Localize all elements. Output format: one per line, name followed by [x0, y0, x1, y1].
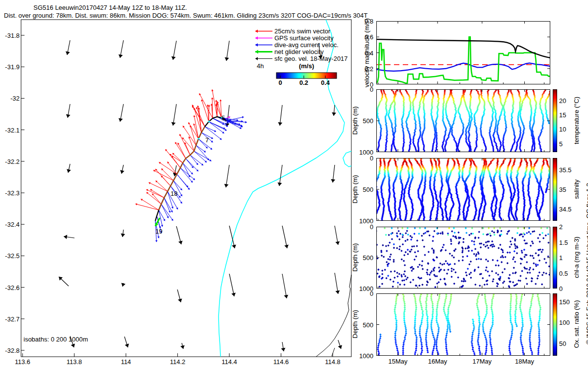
map-ytick-label: -32.3	[0, 189, 20, 197]
map-xtick-label: 114.4	[217, 358, 242, 366]
figure-title: SG516 Leeuwin20170427 14-May 12Z to 18-M…	[17, 4, 203, 11]
colorbar-tick-label: 35	[559, 186, 566, 193]
colorbar-tick-label: 0.5	[559, 270, 568, 277]
salinity-plot	[376, 158, 550, 221]
map-colorbar-tick-0_2: 0.2	[294, 79, 314, 86]
map-colorbar-tick-0: 0	[270, 79, 290, 86]
map-colorbar-tick-0_4: 0.4	[316, 79, 335, 86]
map-ytick-label: -31.8	[0, 32, 20, 39]
oxsat-colorbar-label: Ox. sat. ratio (%)	[573, 226, 580, 368]
dive-number-label: 5	[221, 114, 225, 122]
map-ytick-label: -32.4	[0, 221, 20, 228]
depth-tick-label: 500	[354, 254, 373, 262]
map-ytick-label: -32	[0, 95, 20, 102]
velocity-plot	[376, 21, 550, 84]
depth-tick-label: 500	[354, 321, 373, 329]
map-xtick-label: 113.6	[10, 358, 35, 366]
colorbar-tick-label: 100	[559, 319, 570, 326]
isobaths-label: isobaths: 0 200 1000m	[24, 336, 88, 343]
map-xtick-label: 114.8	[320, 358, 345, 366]
date-tick-label: 18May	[510, 358, 539, 365]
map-xtick-label: 114.6	[269, 358, 294, 366]
dive-number-label: 7	[205, 136, 209, 144]
figure-subtitle: Dist. over ground: 78km. Dist. swum: 86k…	[4, 12, 362, 19]
date-tick-label: 15May	[383, 358, 413, 365]
colorbar-tick-label: 15	[559, 111, 566, 119]
map-ytick-label: -32.1	[0, 127, 20, 134]
glider-track	[155, 117, 226, 221]
dive-number-label: 18	[171, 190, 177, 197]
temperature-plot	[376, 89, 550, 152]
map-xtick-label: 113.8	[62, 358, 87, 366]
chl-colorbar	[553, 227, 557, 289]
colorbar-tick-label: 1.5	[559, 239, 568, 246]
colorbar-tick-label: 2	[559, 223, 563, 231]
colorbar-tick-label: 150	[559, 298, 570, 306]
map-colorbar-title: (m/s)	[276, 62, 337, 70]
dive-number-label: 19	[155, 228, 162, 235]
legend-label-dive-avg-current: dive-avg current veloc.	[274, 41, 339, 49]
colorbar-tick-label: 5	[559, 140, 563, 148]
legend-label-sfc-geo-vel: sfc geo. vel. 18-May-2017	[274, 55, 348, 62]
legend-duration-label: 4h	[257, 62, 264, 70]
map-ytick-label: -32.5	[0, 252, 20, 260]
colorbar-tick-label: 35.5	[559, 166, 571, 174]
date-tick-label: 16May	[423, 358, 452, 365]
legend-label-gps-velocity: GPS surface velocity	[274, 34, 334, 42]
map-ytick-label: -32.8	[0, 347, 20, 354]
depth-tick-label: 0	[354, 155, 373, 162]
isobath-200m-islet	[343, 151, 351, 167]
velocity-ytick-label: 0.8	[354, 18, 373, 25]
map-xtick-label: 114.2	[165, 358, 191, 366]
colorbar-tick-label: 1	[559, 254, 563, 262]
oxsat-plot	[376, 293, 550, 356]
depth-tick-label: 500	[354, 117, 373, 125]
imos-copyright: © IMOS 15-Feb-2019 04:43:15 Hobart time.…	[585, 151, 588, 368]
salinity-colorbar	[553, 158, 557, 221]
colorbar-tick-label: 10	[559, 126, 566, 133]
map-xtick-label: 114	[113, 358, 139, 366]
legend-label-swim-vector: 25cm/s swim vector	[274, 27, 330, 35]
colorbar-tick-label: 0	[559, 285, 563, 292]
temperature-colorbar	[553, 89, 557, 152]
date-tick-label: 17May	[467, 358, 497, 365]
colorbar-tick-label: 50	[559, 340, 566, 347]
coastline-contour	[316, 275, 351, 357]
colorbar-tick-label: 20	[559, 97, 566, 105]
depth-tick-label: 0	[354, 290, 373, 297]
map-ytick-label: -32.2	[0, 158, 20, 165]
depth-tick-label: 0	[354, 223, 373, 231]
velocity-ytick-label: 0.6	[354, 33, 373, 41]
velocity-ytick-label: 0.4	[354, 50, 373, 57]
figure-root: SG516 Leeuwin20170427 14-May 12Z to 18-M…	[0, 0, 588, 368]
map-ytick-label: -32.6	[0, 284, 20, 291]
map-ytick-label: -31.9	[0, 63, 20, 71]
depth-tick-label: 1000	[354, 352, 373, 360]
depth-tick-label: 500	[354, 186, 373, 193]
map-ytick-label: -32.7	[0, 315, 20, 323]
velocity-ytick-label: 0.2	[354, 65, 373, 73]
coastline-spur	[332, 348, 335, 356]
chl-plot	[376, 227, 550, 289]
colorbar-tick-label: 34.5	[559, 206, 571, 213]
oxsat-colorbar	[553, 293, 557, 356]
isobath-200m-contour	[219, 20, 344, 357]
depth-tick-label: 0	[354, 86, 373, 93]
legend-label-net-glider: net glider velocity	[274, 48, 323, 55]
